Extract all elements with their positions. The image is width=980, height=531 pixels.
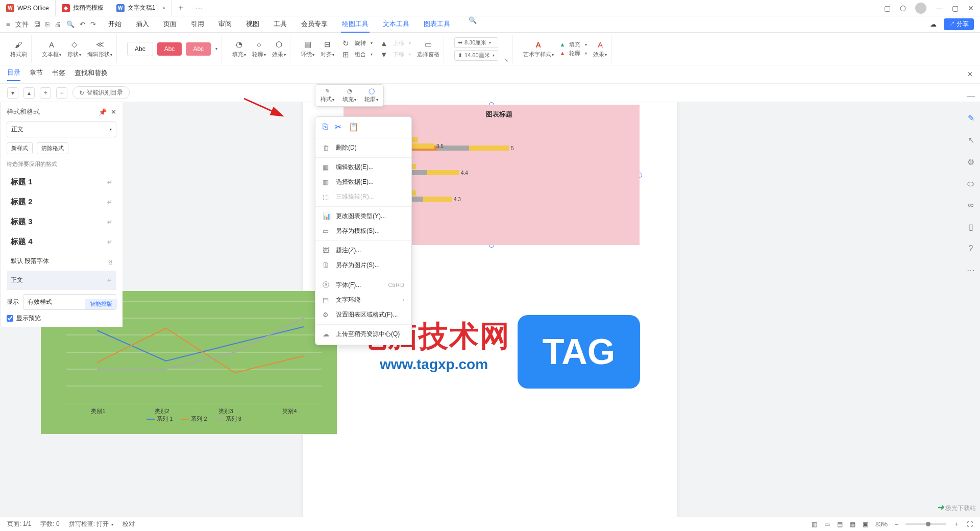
subtab-toc[interactable]: 目录 — [7, 68, 20, 81]
shape-button[interactable]: ◇ 形状▾ — [67, 39, 81, 58]
close-tab-icon[interactable]: • — [162, 4, 165, 12]
new-style-button[interactable]: 新样式 — [7, 142, 33, 154]
align-button[interactable]: ⊟ 对齐▾ — [321, 39, 334, 58]
tab-page[interactable]: 页面 — [162, 16, 178, 33]
close-panel-icon[interactable]: ✕ — [111, 108, 116, 116]
fullscreen-icon[interactable]: ⛶ — [967, 521, 973, 528]
tab-wps-office[interactable]: W WPS Office — [0, 0, 56, 16]
remove-icon[interactable]: − — [56, 87, 67, 99]
format-brush-button[interactable]: 🖌 格式刷 — [10, 39, 27, 58]
tab-chart-tools[interactable]: 图表工具 — [423, 16, 451, 33]
tab-document[interactable]: W 文字文稿1 • — [110, 0, 172, 16]
zoom-out-icon[interactable]: − — [895, 521, 898, 528]
preset-3[interactable]: Abc — [186, 42, 211, 56]
tab-text-tools[interactable]: 文本工具 — [382, 16, 410, 33]
minimize-icon[interactable]: — — [936, 4, 943, 12]
add-icon[interactable]: ＋ — [40, 87, 51, 99]
zoom-value[interactable]: 83% — [875, 521, 888, 528]
preview-icon[interactable]: 🔍 — [66, 20, 75, 28]
status-spell[interactable]: 拼写检查: 打开 ▾ — [69, 520, 113, 528]
grid-icon[interactable]: ▢ — [884, 4, 891, 12]
maximize-icon[interactable]: ▢ — [952, 4, 959, 12]
fill-button[interactable]: ◔ 填充▾ — [232, 39, 246, 58]
preset-2[interactable]: Abc — [157, 42, 182, 56]
width-input[interactable]: ⬌8.30厘米▾ — [454, 37, 498, 48]
smart-toc-button[interactable]: ↻ 智能识别目录 — [72, 86, 130, 99]
tab-template[interactable]: ◆ 找稻壳模板 — [56, 0, 110, 16]
text-fill-button[interactable]: 填充 — [569, 41, 580, 49]
zoom-slider[interactable] — [905, 523, 946, 525]
rail-toolbox-icon[interactable]: ⚙ — [967, 157, 974, 167]
mini-outline-button[interactable]: ◯轮廓▾ — [364, 88, 378, 103]
text-effect-button[interactable]: A 效果▾ — [593, 39, 607, 58]
tab-review[interactable]: 审阅 — [217, 16, 233, 33]
file-menu[interactable]: 文件 — [15, 20, 29, 29]
cm-text-wrap[interactable]: ▤文字环绕› — [315, 293, 411, 307]
tab-tools[interactable]: 工具 — [273, 16, 288, 33]
mini-style-button[interactable]: ✎样式▾ — [321, 88, 334, 103]
save-icon[interactable]: 🖫 — [34, 20, 40, 28]
redo-icon[interactable]: ↷ — [90, 20, 96, 28]
tab-insert[interactable]: 插入 — [135, 16, 150, 33]
cm-save-template[interactable]: ▭另存为模板(S)... — [315, 224, 411, 238]
text-outline-button[interactable]: 轮廓 — [569, 50, 580, 57]
cloud-icon[interactable]: ☁ — [930, 20, 937, 28]
view-grid-icon[interactable]: ▥ — [812, 521, 817, 528]
clear-format-button[interactable]: 清除格式 — [37, 142, 68, 154]
style-h3[interactable]: 标题 3↵ — [7, 212, 116, 232]
style-body[interactable]: 正文↵ — [7, 271, 116, 289]
rotate-button[interactable]: 旋转 — [355, 39, 366, 47]
mini-fill-button[interactable]: ◔填充▾ — [342, 88, 356, 103]
cube-icon[interactable]: ⬡ — [900, 4, 906, 12]
outline-button[interactable]: ○ 轮廓▾ — [252, 39, 266, 58]
tab-member[interactable]: 会员专享 — [300, 16, 329, 33]
close-window-icon[interactable]: ✕ — [968, 4, 974, 12]
document-canvas[interactable]: 图表标题 类别4 4.5 5 类别3 3.5 — [0, 102, 980, 517]
tab-start[interactable]: 开始 — [107, 16, 122, 33]
subtab-chapter[interactable]: 章节 — [30, 68, 43, 81]
wordart-button[interactable]: A 艺术字样式▾ — [523, 39, 554, 58]
group-button[interactable]: 组合 — [355, 51, 366, 58]
cm-caption[interactable]: 🖼题注(Z)... — [315, 243, 411, 258]
cm-save-image[interactable]: 🖻另存为图片(S)... — [315, 258, 411, 273]
cm-edit-data[interactable]: ▦编辑数据(E)... — [315, 160, 411, 175]
view-web-icon[interactable]: ▤ — [837, 521, 843, 528]
share-button[interactable]: ↗ 分享 — [944, 18, 974, 30]
paste-icon[interactable]: 📋 — [349, 122, 359, 132]
status-words[interactable]: 字数: 0 — [40, 520, 59, 528]
rail-help-icon[interactable]: ? — [969, 244, 973, 253]
select-pane-button[interactable]: ▭ 选择窗格 — [417, 39, 439, 58]
rail-layout-icon[interactable]: ▯ — [969, 222, 973, 232]
cm-delete[interactable]: 🗑删除(D) — [315, 140, 411, 155]
rail-more-icon[interactable]: ⋯ — [967, 266, 975, 275]
avatar[interactable] — [915, 3, 926, 14]
style-h1[interactable]: 标题 1↵ — [7, 172, 116, 192]
expand-icon[interactable]: ▴ — [23, 87, 35, 99]
tab-view[interactable]: 视图 — [245, 16, 260, 33]
cm-font[interactable]: Ⓐ字体(F)...Ctrl+D — [315, 277, 411, 293]
show-preview-checkbox[interactable] — [7, 315, 13, 322]
rail-collapse-icon[interactable]: — — [967, 92, 975, 101]
hamburger-icon[interactable]: ≡ — [6, 20, 10, 28]
style-default-font[interactable]: 默认 段落字体a — [7, 252, 116, 271]
search-icon[interactable]: 🔍 — [469, 16, 477, 33]
rail-link-icon[interactable]: ∞ — [968, 201, 973, 210]
copy-icon[interactable]: ⎘ — [323, 122, 328, 132]
cm-select-data[interactable]: ▥选择数据(E)... — [315, 175, 411, 189]
view-read-icon[interactable]: ▭ — [824, 521, 830, 528]
textbox-button[interactable]: A 文本框▾ — [42, 39, 61, 58]
undo-icon[interactable]: ↶ — [80, 20, 85, 28]
size-expand-icon[interactable]: ⤡ — [505, 58, 508, 63]
cut-icon[interactable]: ✂ — [335, 122, 341, 132]
rail-shape-icon[interactable]: ⬭ — [967, 179, 974, 188]
zoom-in-icon[interactable]: ＋ — [953, 520, 960, 528]
close-pane-icon[interactable]: ✕ — [967, 70, 973, 78]
wrap-button[interactable]: ▤ 环绕▾ — [301, 39, 314, 58]
print-icon[interactable]: 🖨 — [55, 20, 61, 28]
effect-button[interactable]: ⬡ 效果▾ — [272, 39, 286, 58]
smart-layout-button[interactable]: 智能排版 — [85, 299, 117, 309]
cm-area-format[interactable]: ⚙设置图表区域格式(F)... — [315, 307, 411, 322]
view-print-icon[interactable]: ▣ — [863, 521, 868, 528]
subtab-find[interactable]: 查找和替换 — [75, 68, 108, 81]
tabs-overflow-icon[interactable]: ⋯ — [190, 3, 208, 13]
